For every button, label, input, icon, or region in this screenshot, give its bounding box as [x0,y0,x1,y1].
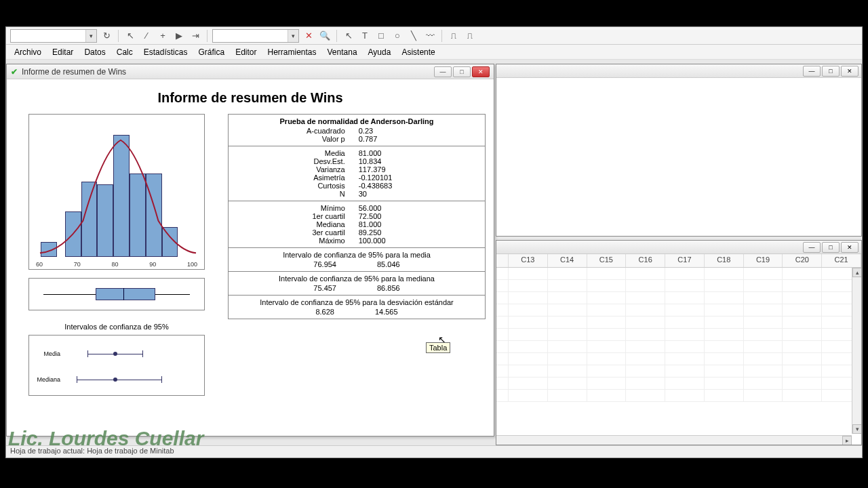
toolbar-combo-2[interactable]: ▾ [212,29,299,43]
session-window: — □ ✕ [496,64,862,237]
menu-datos[interactable]: Datos [79,45,111,59]
rect-icon[interactable]: □ [374,29,388,43]
line-icon[interactable]: ╲ [407,29,420,43]
window-title: Informe de resumen de Wins [22,67,126,77]
menu-archivo[interactable]: Archivo [9,45,47,59]
table-row [496,329,861,341]
worksheet-titlebar[interactable]: — □ ✕ [496,241,861,254]
play-icon[interactable]: ▶ [172,29,186,43]
report-title: Informe de resumen de Wins [15,90,486,106]
worksheet-grid[interactable]: C13 C14 C15 C16 C17 C18 C19 C20 C21 [496,254,861,445]
ci-section-title: Intervalos de confianza de 95% [15,323,218,331]
menu-editor[interactable]: Editor [230,45,262,59]
x-axis: 60708090100 [36,261,197,268]
refresh-icon[interactable]: ↻ [100,29,113,43]
close-button[interactable]: ✕ [472,66,490,77]
pointer-icon[interactable]: ↖ [123,29,137,43]
delete-icon[interactable]: ✕ [302,29,315,43]
menu-calc[interactable]: Calc [111,45,138,59]
table-row [496,341,861,353]
scrollbar-horizontal[interactable]: ▸ [496,435,852,445]
histogram-chart[interactable]: 60708090100 [28,114,205,270]
ci-chart[interactable]: Media Mediana [28,335,205,396]
chart-icon[interactable]: ⎍ [447,29,460,43]
maximize-button[interactable]: □ [822,66,840,77]
toolbar-combo-1[interactable]: ▾ [10,29,97,43]
ci-label-mediana: Mediana [33,376,63,383]
boxplot-chart[interactable] [28,278,205,310]
table-row [496,353,861,365]
table-row [496,317,861,329]
maximize-button[interactable]: □ [822,242,840,253]
stats-table[interactable]: Prueba de normalidad de Anderson-Darling… [228,114,486,319]
table-row [496,365,861,378]
tooltip: Tabla [426,342,450,353]
adtest-title: Prueba de normalidad de Anderson-Darling [234,117,479,125]
maximize-button[interactable]: □ [453,66,471,77]
worksheet-window: — □ ✕ C13 C14 C15 C16 C17 C18 C19 C20 C2… [496,240,862,445]
menu-ayuda[interactable]: Ayuda [363,45,397,59]
table-row [496,280,861,292]
minimize-button[interactable]: — [803,242,821,253]
menu-ventana[interactable]: Ventana [322,45,363,59]
scroll-up-icon[interactable]: ▴ [852,268,861,277]
workspace: ✔ Informe de resumen de Wins — □ ✕ Infor… [6,60,862,445]
table-row [496,378,861,390]
scrollbar-vertical[interactable]: ▴ ▾ [852,268,861,434]
table-row [496,268,861,280]
minimize-button[interactable]: — [434,66,452,77]
check-icon: ✔ [11,67,18,77]
menubar: Archivo Editar Datos Calc Estadísticas G… [6,45,862,60]
menu-grafica[interactable]: Gráfica [193,45,230,59]
scroll-right-icon[interactable]: ▸ [842,436,852,445]
session-titlebar[interactable]: — □ ✕ [496,64,861,78]
chevron-down-icon: ▾ [85,30,96,42]
app-frame: ▾ ↻ ↖ ⁄ + ▶ ⇥ ▾ ✕ 🔍 ↖ T □ ○ ╲ 〰 ⎍ ⎍ Arch… [5,26,863,458]
menu-estadisticas[interactable]: Estadísticas [138,45,193,59]
close-button[interactable]: ✕ [841,66,859,77]
select-icon[interactable]: ↖ [342,29,355,43]
plus-icon[interactable]: + [156,29,170,43]
report-window: ✔ Informe de resumen de Wins — □ ✕ Infor… [6,64,494,436]
text-icon[interactable]: T [358,29,372,43]
table-row [496,292,861,304]
close-button[interactable]: ✕ [841,242,859,253]
circle-icon[interactable]: ○ [391,29,404,43]
table-row [496,390,861,402]
statusbar: Hoja de trabajo actual: Hoja de trabajo … [6,445,862,458]
minimize-button[interactable]: — [803,66,821,77]
menu-asistente[interactable]: Asistente [396,45,440,59]
polyline-icon[interactable]: 〰 [423,29,437,43]
chart2-icon[interactable]: ⎍ [463,29,477,43]
brush-icon[interactable]: ⁄ [140,29,153,43]
column-headers: C13 C14 C15 C16 C17 C18 C19 C20 C21 [496,254,861,268]
window-titlebar[interactable]: ✔ Informe de resumen de Wins — □ ✕ [7,64,494,79]
scroll-down-icon[interactable]: ▾ [852,424,861,434]
ci-label-media: Media [33,350,63,357]
toolbar: ▾ ↻ ↖ ⁄ + ▶ ⇥ ▾ ✕ 🔍 ↖ T □ ○ ╲ 〰 ⎍ ⎍ [6,27,862,45]
menu-herramientas[interactable]: Herramientas [262,45,322,59]
skip-icon[interactable]: ⇥ [189,29,202,43]
search-icon[interactable]: 🔍 [318,29,332,43]
table-row [496,304,861,317]
menu-editar[interactable]: Editar [47,45,79,59]
chevron-down-icon: ▾ [288,30,298,42]
